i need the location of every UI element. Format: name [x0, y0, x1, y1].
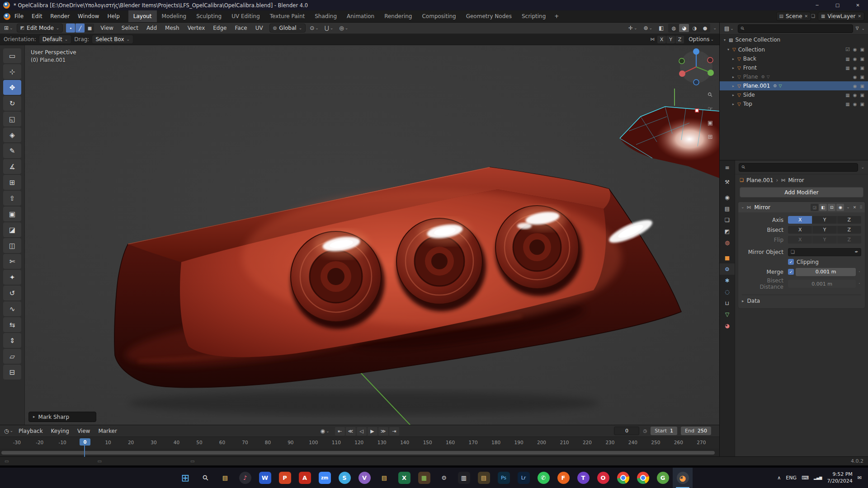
transform-orientation-dropdown[interactable]: ◍ Global ⌄ — [269, 23, 306, 33]
outliner-item-Back[interactable]: ▸ ▾ ▽ Back ⚙ ▽ ☑ ▦ ◉ — [720, 54, 868, 63]
viewport-3d[interactable]: User Perspective (0) Plane.001 ⚲☞▣⊞ ▸ Ma… — [25, 45, 719, 425]
workspace-tab[interactable]: Texture Paint — [265, 10, 310, 22]
unlink-scene-icon[interactable]: ✕ — [805, 14, 808, 19]
timeline-ruler[interactable]: -30-20-100102030405060708090100110120130… — [0, 437, 719, 449]
editor-type-timeline-icon[interactable]: ◷⌄ — [3, 428, 14, 434]
workspace-tab[interactable]: Animation — [342, 10, 379, 22]
tray-clock[interactable]: 9:52 PM 7/20/2024 — [827, 471, 852, 484]
renderable-icon[interactable]: ▦ — [845, 56, 849, 61]
tool-transform[interactable]: ◈ — [3, 127, 21, 142]
properties-tab-render[interactable]: ◉ — [720, 192, 735, 203]
pivot-point-dropdown[interactable]: ⊙⌄ — [308, 23, 321, 33]
blender-menu-icon[interactable] — [4, 13, 10, 20]
mirror-axis-y[interactable]: Y — [812, 216, 836, 224]
modifier-header[interactable]: ⌄ ⋈ Mirror ◲◧⊡◉ ⌄ ✕ ⠿ — [738, 202, 865, 212]
modifier-extras-dropdown[interactable]: ⌄ — [846, 205, 850, 209]
show-overlays-toggle[interactable]: ⊚⌄ — [642, 23, 655, 33]
outliner-item-Plane[interactable]: ▸ ▾ ▽ Plane ⚙ ▽ ☑ ▦ ◉ — [720, 72, 868, 81]
taskbar-acrobat[interactable]: A — [295, 468, 315, 488]
bisect-axis-y[interactable]: Y — [812, 226, 836, 234]
tool-move[interactable]: ✥ — [3, 80, 21, 95]
shading-dropdown[interactable]: ⌄ — [713, 26, 717, 30]
taskbar-viber[interactable]: V — [354, 468, 374, 488]
tray-expand-icon[interactable]: ∧ — [777, 475, 781, 481]
merge-threshold-field[interactable]: 0.001 m — [796, 268, 856, 276]
hide-eye-icon[interactable]: ◉ — [853, 102, 857, 107]
tool-spin[interactable]: ↺ — [3, 286, 21, 300]
renderable-icon[interactable]: ▦ — [845, 102, 849, 107]
shading-wireframe[interactable]: ◍ — [669, 24, 679, 32]
outliner-search-input[interactable]: ⚲ — [738, 24, 853, 33]
workspace-tab[interactable]: Geometry Nodes — [461, 10, 517, 22]
viewlayer-selector[interactable]: ▦ ViewLayer ✕ — [818, 12, 864, 21]
mirror-axis-z[interactable]: Z — [837, 216, 861, 224]
viewport-zoom[interactable]: ⚲ — [705, 89, 715, 99]
viewport-menu-item[interactable]: Edge — [209, 23, 231, 33]
editor-type-outliner-icon[interactable]: ▤⌄ — [723, 25, 735, 32]
taskbar-start[interactable]: ⊞ — [175, 468, 195, 488]
viewport-menu-item[interactable]: Select — [118, 23, 142, 33]
timeline-menu-item[interactable]: Playback — [14, 425, 47, 436]
show-gizmos-toggle[interactable]: ✛⌄ — [627, 23, 639, 33]
modifier-display-realtime[interactable]: ⊡ — [828, 204, 835, 211]
timeline-scrollbar[interactable] — [1, 451, 715, 455]
outliner-item-Top[interactable]: ▸ ▾ ▽ Top ⚙ ▽ ☑ ▦ ◉ — [720, 99, 868, 108]
tray-keyboard-icon[interactable]: ⌨ — [802, 475, 809, 481]
viewport-pan[interactable]: ☞ — [705, 103, 715, 113]
disable-in-render-icon[interactable]: ▣ — [860, 66, 864, 70]
transport-prev-keyframe[interactable]: ≪ — [346, 427, 356, 436]
workspace-tab[interactable]: Scripting — [517, 10, 551, 22]
workspace-tab[interactable]: Modeling — [157, 10, 192, 22]
taskbar-folder[interactable]: ▤ — [374, 468, 394, 488]
tool-rip-region[interactable]: ⊟ — [3, 365, 21, 380]
filter-icon[interactable]: ∇ — [856, 26, 859, 31]
collapse-icon[interactable]: ⌄ — [741, 205, 745, 209]
properties-filter-dropdown[interactable]: ⌄ — [861, 165, 864, 169]
drag-dropdown[interactable]: Select Box⌄ — [92, 35, 133, 44]
properties-tab-world[interactable]: ◍ — [720, 237, 735, 248]
remove-viewlayer-icon[interactable]: ✕ — [858, 14, 861, 19]
taskbar-file-explorer[interactable]: ▤ — [215, 468, 235, 488]
tool-poly-build[interactable]: ✦ — [3, 270, 21, 285]
taskbar-lightroom[interactable]: Lr — [514, 468, 533, 488]
data-subpanel[interactable]: ▸ Data — [742, 295, 861, 304]
maximize-button[interactable]: □ — [827, 0, 848, 10]
animate-dot-icon[interactable]: · — [858, 281, 861, 287]
tray-language[interactable]: ENG — [786, 475, 797, 481]
flip-axis-y[interactable]: Y — [812, 236, 836, 244]
viewport-menu-item[interactable]: Vertex — [184, 23, 209, 33]
outliner-item-Side[interactable]: ▸ ▾ ▽ Side ⚙ ▽ ☑ ▦ ◉ — [720, 90, 868, 99]
outliner-scene-collection[interactable]: ▾ ▧ Scene Collection — [720, 35, 868, 45]
outliner-item-Front[interactable]: ▸ ▾ ▽ Front ⚙ ▽ ☑ ▦ ◉ — [720, 63, 868, 72]
viewport-3d-render[interactable] — [25, 45, 719, 425]
breadcrumb-modifier[interactable]: Mirror — [788, 177, 804, 183]
taskbar-firefox[interactable]: F — [553, 468, 573, 488]
properties-tab-material[interactable]: ◕ — [720, 320, 735, 331]
viewport-menu-item[interactable]: View — [96, 23, 117, 33]
outliner-item-Plane.001[interactable]: ▸ ▾ ▽ Plane.001 ⚙ ▽ ☑ ▦ ◉ — [720, 81, 868, 90]
properties-tab-view-layer[interactable]: ❏ — [720, 214, 735, 225]
disable-in-render-icon[interactable]: ▣ — [860, 93, 864, 98]
add-modifier-button[interactable]: Add Modifier — [740, 187, 863, 197]
tray-volume-icon[interactable]: ▂▄▆ — [814, 476, 822, 480]
tool-knife[interactable]: ✄ — [3, 254, 21, 269]
eyedropper-icon[interactable]: ✒ — [855, 250, 859, 254]
menu-item[interactable]: Window — [74, 10, 103, 22]
select-mode-edge[interactable]: ╱ — [75, 23, 85, 33]
modifier-name-field[interactable]: Mirror — [754, 204, 809, 211]
workspace-tab[interactable]: Layout — [128, 10, 157, 22]
tool-inset-faces[interactable]: ▣ — [3, 206, 21, 221]
properties-tab-output[interactable]: ▤ — [720, 203, 735, 214]
editor-type-3d-icon[interactable]: ⊞⌄ — [3, 25, 14, 31]
shading-material-preview[interactable]: ◑ — [689, 24, 699, 32]
timeline-menu-item[interactable]: View — [73, 425, 94, 436]
tool-extrude-region[interactable]: ⇧ — [3, 191, 21, 206]
hide-eye-icon[interactable]: ◉ — [853, 93, 857, 98]
playhead[interactable]: 0 — [80, 438, 90, 446]
transport-next-keyframe[interactable]: ≫ — [378, 427, 388, 436]
disable-in-render-icon[interactable]: ▣ — [860, 56, 864, 61]
modifier-display-edit-mode[interactable]: ◧ — [819, 204, 827, 211]
hide-eye-icon[interactable]: ◉ — [853, 66, 857, 70]
viewport-camera-view[interactable]: ▣ — [705, 117, 715, 127]
menu-item[interactable]: Render — [46, 10, 74, 22]
